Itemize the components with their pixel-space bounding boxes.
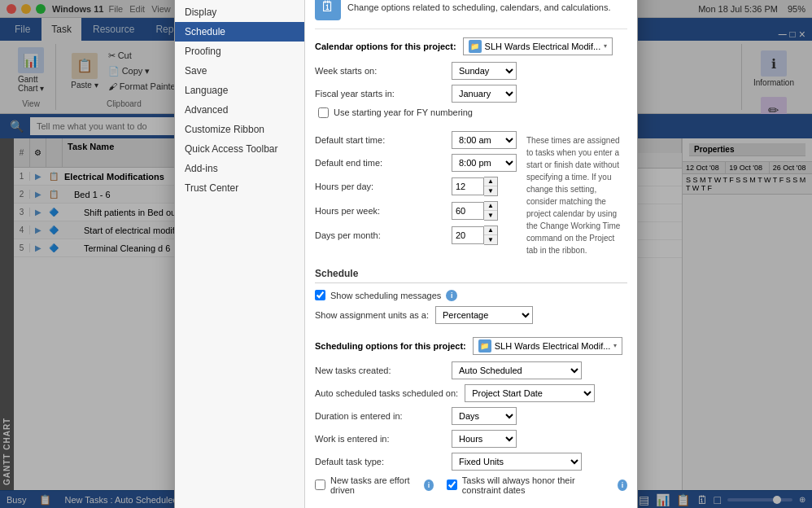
assignment-units-row: Show assignment units as a: PercentageDe…	[315, 306, 627, 324]
hours-per-day-spinner: ▲ ▼	[452, 177, 498, 196]
auto-scheduled-on-select[interactable]: Project Start DateCurrent Date	[465, 384, 595, 402]
hours-per-day-label: Hours per day:	[315, 182, 445, 191]
tasks-honor-label: Tasks will always honor their constraint…	[462, 475, 613, 495]
fy-numbering-checkbox[interactable]	[318, 107, 329, 118]
modal-overlay: Project Options ? × General Display Sche…	[0, 0, 812, 508]
hours-per-week-up[interactable]: ▲	[484, 202, 497, 211]
week-starts-label: Week starts on:	[315, 66, 445, 76]
duration-entered-label: Duration is entered in:	[315, 411, 445, 421]
calendar-header-row: Calendar options for this project: 📁 SLH…	[315, 37, 627, 55]
new-tasks-created-label: New tasks created:	[315, 366, 445, 375]
week-starts-row: Week starts on: SundayMondayTuesday	[315, 62, 627, 80]
times-note: These times are assigned to tasks when y…	[526, 131, 627, 260]
calendar-project-name: SLH Wards Electrical Modif...	[485, 42, 601, 51]
hours-per-day-input[interactable]	[452, 177, 484, 195]
sidebar-item-save[interactable]: Save	[175, 61, 304, 81]
show-scheduling-checkbox[interactable]	[315, 290, 325, 300]
hours-per-week-arrows: ▲ ▼	[484, 201, 498, 221]
scheduling-options-section: Scheduling options for this project: 📁 S…	[315, 337, 627, 500]
days-per-month-label: Days per month:	[315, 230, 445, 240]
bottom-checkboxes: New tasks are effort driven i Tasks will…	[315, 475, 627, 500]
hours-per-week-input[interactable]	[452, 202, 484, 220]
new-tasks-created-row: New tasks created: Auto ScheduledManuall…	[315, 361, 627, 379]
scheduling-project-dropdown[interactable]: 📁 SLH Wards Electrical Modif... ▾	[473, 337, 623, 355]
modal-content-header: 🗓 Change options related to scheduling, …	[315, 0, 627, 29]
tasks-honor-checkbox[interactable]	[447, 480, 457, 490]
scheduling-options-header-row: Scheduling options for this project: 📁 S…	[315, 337, 627, 355]
hours-per-day-up[interactable]: ▲	[484, 177, 497, 186]
hours-per-day-row: Hours per day: ▲ ▼	[315, 177, 517, 196]
days-per-month-input[interactable]	[452, 226, 484, 244]
default-task-type-select[interactable]: Fixed UnitsFixed DurationFixed Work	[452, 453, 582, 471]
scheduling-info-icon[interactable]: i	[446, 290, 457, 301]
sidebar-item-trust-center[interactable]: Trust Center	[175, 178, 304, 198]
default-end-row: Default end time: 8:00 pm	[315, 154, 517, 172]
days-per-month-row: Days per month: ▲ ▼	[315, 226, 517, 245]
work-entered-select[interactable]: HoursDaysWeeks	[452, 430, 517, 448]
hours-per-week-down[interactable]: ▼	[484, 211, 497, 220]
modal-content: 🗓 Change options related to scheduling, …	[305, 0, 637, 508]
tasks-honor-row: Tasks will always honor their constraint…	[447, 475, 627, 495]
new-tasks-created-select[interactable]: Auto ScheduledManually Scheduled	[452, 361, 582, 379]
scheduling-project-icon: 📁	[478, 339, 491, 353]
default-start-select[interactable]: 8:00 am	[452, 131, 517, 149]
assignment-units-select[interactable]: PercentageDecimal	[435, 306, 533, 324]
sidebar-item-language[interactable]: Language	[175, 81, 304, 100]
calendar-project-icon: 📁	[469, 40, 482, 53]
default-task-type-row: Default task type: Fixed UnitsFixed Dura…	[315, 453, 627, 471]
fy-numbering-label: Use starting year for FY numbering	[334, 107, 473, 117]
fiscal-year-label: Fiscal year starts in:	[315, 89, 445, 99]
duration-entered-select[interactable]: DaysHoursWeeksMonths	[452, 407, 517, 425]
fiscal-year-row: Fiscal year starts in: JanuaryFebruary	[315, 85, 627, 103]
content-header-icon: 🗓	[315, 0, 341, 20]
fiscal-year-select[interactable]: JanuaryFebruary	[452, 85, 517, 103]
sidebar-item-quick-access[interactable]: Quick Access Toolbar	[175, 139, 304, 159]
times-section: Default start time: 8:00 am Default end …	[315, 131, 627, 260]
auto-scheduled-on-row: Auto scheduled tasks scheduled on: Proje…	[315, 384, 627, 402]
schedule-section-header: Schedule	[315, 268, 627, 283]
hours-per-week-label: Hours per week:	[315, 206, 445, 216]
calendar-project-dropdown[interactable]: 📁 SLH Wards Electrical Modif... ▾	[463, 37, 613, 55]
week-starts-select[interactable]: SundayMondayTuesday	[452, 62, 517, 80]
sidebar-item-customize-ribbon[interactable]: Customize Ribbon	[175, 120, 304, 139]
sidebar-item-advanced[interactable]: Advanced	[175, 100, 304, 120]
scheduling-dropdown-arrow: ▾	[613, 342, 617, 349]
new-tasks-effort-checkbox[interactable]	[315, 480, 325, 490]
sidebar-item-display[interactable]: Display	[175, 2, 304, 22]
fy-checkbox-row: Use starting year for FY numbering	[315, 107, 627, 118]
show-scheduling-label: Show scheduling messages	[330, 291, 441, 300]
days-per-month-up[interactable]: ▲	[484, 226, 497, 235]
default-start-label: Default start time:	[315, 135, 445, 145]
scheduling-project-name: SLH Wards Electrical Modif...	[495, 341, 611, 351]
auto-scheduled-on-label: Auto scheduled tasks scheduled on:	[315, 388, 458, 398]
content-header-text: Change options related to scheduling, ca…	[347, 2, 611, 12]
modal-body: General Display Schedule Proofing Save L…	[175, 0, 637, 508]
calendar-options-label: Calendar options for this project:	[315, 42, 456, 51]
scheduling-options-label: Scheduling options for this project:	[315, 341, 466, 351]
default-start-row: Default start time: 8:00 am	[315, 131, 517, 149]
hours-per-week-spinner: ▲ ▼	[452, 201, 498, 221]
default-end-select[interactable]: 8:00 pm	[452, 154, 517, 172]
sidebar-item-proofing[interactable]: Proofing	[175, 42, 304, 61]
hours-per-week-row: Hours per week: ▲ ▼	[315, 201, 517, 221]
default-task-type-label: Default task type:	[315, 457, 445, 466]
new-tasks-effort-row: New tasks are effort driven i	[315, 475, 434, 495]
assignment-units-label: Show assignment units as a:	[315, 310, 429, 320]
tasks-honor-info-icon[interactable]: i	[618, 480, 627, 491]
project-options-modal: Project Options ? × General Display Sche…	[174, 0, 638, 508]
calendar-dropdown-arrow: ▾	[604, 42, 607, 50]
schedule-section: Schedule Show scheduling messages i Show…	[315, 268, 627, 324]
times-left: Default start time: 8:00 am Default end …	[315, 131, 517, 260]
new-tasks-effort-label: New tasks are effort driven	[330, 475, 419, 495]
hours-per-day-arrows: ▲ ▼	[484, 177, 498, 196]
sidebar-item-schedule[interactable]: Schedule	[175, 22, 304, 42]
modal-sidebar: General Display Schedule Proofing Save L…	[175, 0, 305, 508]
hours-per-day-down[interactable]: ▼	[484, 186, 497, 195]
work-entered-row: Work is entered in: HoursDaysWeeks	[315, 430, 627, 448]
default-end-label: Default end time:	[315, 158, 445, 168]
sidebar-item-addins[interactable]: Add-ins	[175, 159, 304, 178]
show-scheduling-row: Show scheduling messages i	[315, 290, 627, 301]
effort-info-icon[interactable]: i	[424, 480, 434, 491]
days-per-month-spinner: ▲ ▼	[452, 226, 498, 245]
days-per-month-down[interactable]: ▼	[484, 235, 497, 244]
